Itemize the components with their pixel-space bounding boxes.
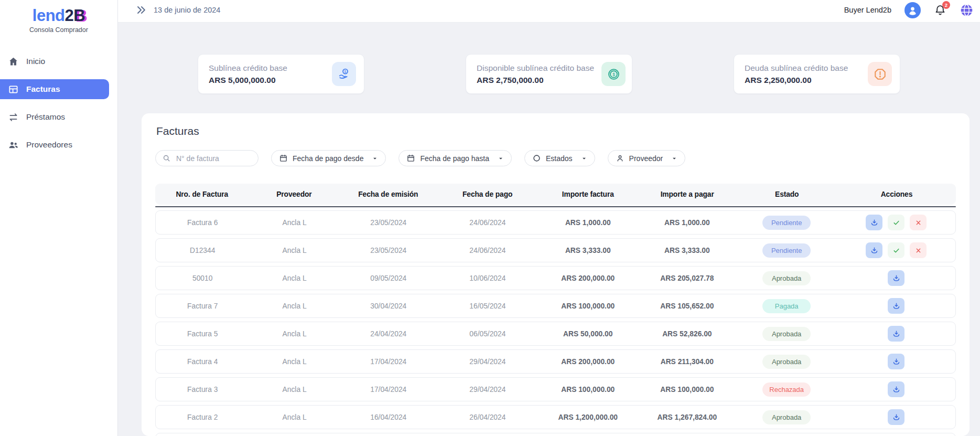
cell-fecha-pago: 24/06/2024 — [437, 247, 538, 254]
cell-nro: 50010 — [156, 274, 249, 282]
cell-importe-a-pagar: ARS 205,027.78 — [638, 274, 737, 282]
cell-importe-factura: ARS 3,333.00 — [538, 247, 638, 254]
summary-card-text: Disponible sublínea crédito baseARS 2,75… — [477, 63, 594, 85]
cell-nro: Factura 5 — [156, 330, 249, 338]
summary-cards-row: Sublínea crédito baseARS 5,000,000.00$Di… — [118, 54, 980, 94]
table-row: Factura 2Ancla L16/04/202426/04/2024ARS … — [155, 405, 956, 429]
hand-coin-icon: $ — [337, 67, 351, 81]
svg-text:$: $ — [612, 71, 615, 77]
filter-pill-proveedor[interactable]: Proveedor — [608, 150, 686, 166]
approve-button[interactable] — [888, 242, 904, 258]
summary-card-text: Deuda sublínea crédito baseARS 2,250,000… — [745, 63, 848, 85]
sidebar-item-facturas[interactable]: Facturas — [0, 79, 109, 99]
sidebar-nav: InicioFacturasPréstamosProveedores — [0, 51, 117, 155]
cell-importe-factura: ARS 1,000.00 — [538, 219, 638, 227]
status-badge: Pagada — [762, 299, 811, 313]
cell-fecha-emision: 24/04/2024 — [340, 330, 437, 338]
table-row: Factura 3Ancla L17/04/202429/04/2024ARS … — [155, 377, 956, 401]
download-button[interactable] — [866, 215, 882, 230]
table-row: Factura 5Ancla L24/04/202406/05/2024ARS … — [155, 322, 956, 346]
section-title: Facturas — [156, 125, 956, 137]
summary-card-sublinea-credito-base: Sublínea crédito baseARS 5,000,000.00$ — [198, 54, 364, 94]
cell-fecha-pago: 24/06/2024 — [437, 219, 538, 227]
person-icon — [616, 154, 624, 163]
cell-proveedor: Ancla L — [249, 358, 339, 366]
calendar-icon — [279, 154, 288, 163]
reject-button[interactable] — [910, 215, 927, 230]
cell-acciones — [837, 326, 955, 342]
download-button[interactable] — [888, 409, 904, 425]
cell-estado: Aprobada — [736, 327, 837, 341]
cell-importe-factura: ARS 100,000.00 — [538, 302, 638, 310]
notifications-button[interactable]: 2 — [934, 4, 946, 16]
cell-importe-factura: ARS 1,200,000.00 — [538, 413, 638, 421]
cell-nro: D12344 — [156, 247, 249, 254]
cell-acciones — [837, 242, 955, 258]
check-icon — [892, 218, 901, 227]
filter-pill-label: Fecha de pago hasta — [420, 154, 489, 163]
user-icon — [907, 4, 919, 16]
reject-button[interactable] — [910, 242, 927, 258]
cell-importe-a-pagar: ARS 1,267,824.00 — [638, 413, 737, 421]
invoice-search[interactable] — [155, 150, 259, 166]
download-icon — [892, 302, 901, 311]
logo-b: B — [73, 6, 85, 25]
column-header-estado: Estado — [737, 190, 837, 198]
cell-estado: Aprobada — [736, 410, 837, 424]
caret-icon — [497, 154, 505, 163]
summary-card-deuda-sublinea-credito-base: Deuda sublínea crédito baseARS 2,250,000… — [734, 54, 900, 94]
hand-coin-iconbox: $ — [332, 62, 356, 86]
user-avatar[interactable] — [904, 2, 921, 18]
download-icon — [892, 413, 901, 422]
download-button[interactable] — [888, 354, 904, 369]
sidebar-item-proveedores[interactable]: Proveedores — [0, 135, 109, 155]
cell-proveedor: Ancla L — [249, 274, 339, 282]
table-row: Factura 4Ancla L17/04/202429/04/2024ARS … — [155, 349, 956, 374]
download-button[interactable] — [866, 242, 882, 258]
cell-fecha-emision: 16/04/2024 — [340, 413, 437, 421]
filter-pill-label: Proveedor — [629, 154, 663, 163]
cell-estado: Rechazada — [736, 382, 837, 397]
cell-proveedor: Ancla L — [249, 330, 339, 338]
sidebar-expand-icon[interactable] — [135, 4, 147, 16]
search-icon — [162, 154, 171, 163]
filter-pill-estados[interactable]: Estados — [524, 150, 595, 166]
filter-pill-fecha-de-pago-hasta[interactable]: Fecha de pago hasta — [399, 150, 512, 166]
status-badge: Aprobada — [762, 327, 811, 341]
cell-importe-a-pagar: ARS 105,652.00 — [638, 302, 737, 310]
table-row: Factura 7Ancla L30/04/202416/05/2024ARS … — [155, 294, 956, 318]
download-button[interactable] — [888, 381, 904, 397]
download-button[interactable] — [888, 326, 904, 342]
cell-importe-factura: ARS 200,000.00 — [538, 358, 638, 366]
sidebar-item-inicio[interactable]: Inicio — [0, 51, 109, 71]
cell-nro: Factura 2 — [156, 413, 249, 421]
cell-estado: Aprobada — [736, 271, 837, 285]
cell-acciones — [837, 298, 955, 314]
table-row: D12344Ancla L23/05/202424/06/2024ARS 3,3… — [155, 238, 956, 262]
cell-fecha-pago: 29/04/2024 — [437, 386, 538, 394]
filters-bar: Fecha de pago desdeFecha de pago hastaEs… — [155, 150, 956, 166]
language-globe-button[interactable] — [960, 3, 974, 17]
cell-proveedor: Ancla L — [249, 219, 339, 227]
invoice-search-input[interactable] — [175, 154, 252, 163]
download-icon — [870, 218, 879, 227]
summary-card-value: ARS 2,750,000.00 — [477, 76, 594, 85]
cell-proveedor: Ancla L — [249, 247, 339, 254]
cell-acciones — [837, 354, 955, 369]
summary-card-title: Disponible sublínea crédito base — [477, 63, 594, 73]
sidebar-item-label: Inicio — [26, 57, 45, 66]
caret-icon — [670, 154, 679, 163]
sidebar-item-prestamos[interactable]: Préstamos — [0, 107, 109, 127]
approve-button[interactable] — [888, 215, 904, 230]
download-icon — [892, 357, 901, 366]
cell-fecha-pago: 06/05/2024 — [437, 330, 538, 338]
current-date: 13 de junio de 2024 — [154, 6, 220, 14]
sidebar-item-label: Préstamos — [26, 112, 65, 122]
download-button[interactable] — [888, 270, 904, 286]
status-badge: Pendiente — [762, 243, 811, 258]
filter-pill-fecha-de-pago-desde[interactable]: Fecha de pago desde — [271, 150, 386, 166]
cell-fecha-pago: 29/04/2024 — [437, 358, 538, 366]
cell-fecha-pago: 10/06/2024 — [437, 274, 538, 282]
download-button[interactable] — [888, 298, 904, 314]
sidebar: lend2B Consola Comprador InicioFacturasP… — [0, 0, 118, 436]
